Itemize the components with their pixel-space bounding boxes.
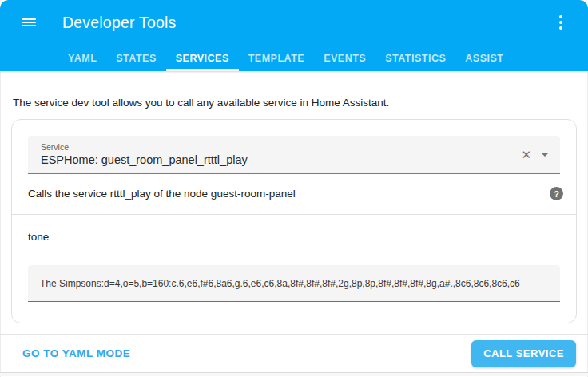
tab-events[interactable]: EVENTS: [314, 45, 375, 71]
tone-input[interactable]: The Simpsons:d=4,o=5,b=160:c.6,e6,f#6,8a…: [28, 265, 560, 302]
page-title: Developer Tools: [62, 14, 542, 32]
toolbar: Developer Tools: [0, 0, 588, 45]
tab-states[interactable]: STATES: [106, 45, 165, 71]
service-field-value: ESPHome: guest_room_panel_rtttl_play: [41, 153, 248, 168]
hamburger-icon: [22, 17, 36, 29]
intro-text: The service dev tool allows you to call …: [0, 71, 588, 109]
tab-statistics[interactable]: STATISTICS: [375, 45, 455, 71]
go-to-yaml-mode-button[interactable]: GO TO YAML MODE: [22, 347, 130, 359]
developer-tools-window: Developer Tools YAML STATES SERVICES TEM…: [0, 0, 588, 377]
tab-bar: YAML STATES SERVICES TEMPLATE EVENTS STA…: [0, 45, 588, 71]
app-header: Developer Tools YAML STATES SERVICES TEM…: [0, 0, 588, 71]
call-service-button[interactable]: CALL SERVICE: [471, 340, 576, 367]
clear-icon[interactable]: ✕: [521, 149, 531, 161]
overflow-menu-button[interactable]: [542, 3, 580, 42]
next-section-edge: [0, 373, 588, 376]
actions-bar: GO TO YAML MODE CALL SERVICE: [0, 335, 588, 372]
tab-template[interactable]: TEMPLATE: [239, 45, 314, 71]
tone-input-value: The Simpsons:d=4,o=5,b=160:c.6,e6,f#6,8a…: [40, 278, 520, 289]
tab-assist[interactable]: ASSIST: [455, 45, 513, 71]
service-select-text: Service ESPHome: guest_room_panel_rtttl_…: [41, 142, 248, 168]
help-icon[interactable]: ?: [550, 187, 563, 200]
service-call-card: Service ESPHome: guest_room_panel_rtttl_…: [11, 119, 577, 323]
sidebar-menu-button[interactable]: [10, 3, 48, 42]
tab-services[interactable]: SERVICES: [166, 45, 239, 71]
chevron-down-icon[interactable]: [541, 153, 549, 157]
service-data-section: tone The Simpsons:d=4,o=5,b=160:c.6,e6,f…: [12, 215, 576, 323]
kebab-menu-icon: [559, 14, 562, 31]
tab-yaml[interactable]: YAML: [58, 45, 106, 71]
service-description: Calls the service rtttl_play of the node…: [28, 188, 296, 200]
service-description-row: Calls the service rtttl_play of the node…: [12, 174, 576, 214]
service-field-label: Service: [41, 142, 248, 153]
service-select[interactable]: Service ESPHome: guest_room_panel_rtttl_…: [28, 136, 560, 174]
service-select-icons: ✕: [521, 149, 549, 161]
field-name-tone: tone: [28, 231, 560, 243]
services-panel: The service dev tool allows you to call …: [0, 71, 588, 323]
